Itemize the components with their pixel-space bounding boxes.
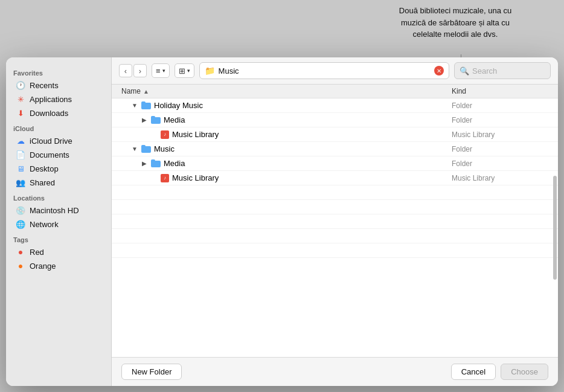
- file-list: ▼ Holiday Music Folder ▶ Media: [112, 98, 558, 357]
- empty-row: [112, 229, 558, 243]
- col-name-label: Name: [121, 87, 141, 95]
- sidebar: Favorites 🕐 Recents ✳ Applications ⬇ Dow…: [6, 57, 112, 386]
- location-folder-icon: 📁: [205, 66, 215, 76]
- disclosure-holiday-music[interactable]: ▼: [131, 102, 138, 109]
- empty-row: [112, 243, 558, 258]
- dialog-content: Favorites 🕐 Recents ✳ Applications ⬇ Dow…: [6, 57, 558, 386]
- sidebar-item-downloads-label: Downloads: [30, 109, 68, 118]
- file-kind-holiday-media: Folder: [452, 116, 548, 124]
- empty-row: [112, 200, 558, 214]
- empty-row: [112, 214, 558, 229]
- shared-icon: 👥: [16, 178, 25, 187]
- folder-icon: [141, 145, 151, 153]
- location-bar[interactable]: 📁 Music ✕: [199, 62, 449, 79]
- table-row[interactable]: ▶ Media Folder: [112, 156, 558, 171]
- music-library-icon: ♪: [161, 130, 169, 139]
- disclosure-music[interactable]: ▼: [131, 146, 138, 153]
- sidebar-item-desktop[interactable]: 🖥 Desktop: [8, 162, 109, 175]
- grid-view-chevron: ▾: [187, 68, 190, 74]
- file-name-music-media: Media: [164, 159, 185, 168]
- search-bar[interactable]: 🔍 Search: [454, 62, 551, 79]
- table-row[interactable]: ▼ Holiday Music Folder: [112, 98, 558, 113]
- file-name-holiday-media: Media: [164, 115, 185, 124]
- clock-icon: 🕐: [16, 80, 25, 90]
- grid-view-button[interactable]: ⊞ ▾: [175, 63, 194, 78]
- orange-tag-icon: ●: [16, 261, 25, 271]
- sidebar-item-shared-label: Shared: [30, 178, 55, 187]
- sidebar-item-macintosh-hd[interactable]: 💿 Macintosh HD: [8, 204, 109, 217]
- file-name-holiday-music: Holiday Music: [154, 101, 203, 110]
- sidebar-item-icloud-drive[interactable]: ☁ iCloud Drive: [8, 134, 109, 147]
- sidebar-item-network-label: Network: [30, 220, 59, 229]
- sidebar-item-applications-label: Applications: [30, 95, 72, 104]
- folder-icon: [151, 116, 161, 124]
- list-view-button[interactable]: ≡ ▾: [152, 63, 170, 78]
- disclosure-music-media[interactable]: ▶: [141, 160, 148, 167]
- sidebar-item-downloads[interactable]: ⬇ Downloads: [8, 106, 109, 120]
- footer: New Folder Cancel Choose: [112, 357, 558, 386]
- file-list-header: Name ▲ Kind: [112, 85, 558, 98]
- sidebar-item-shared[interactable]: 👥 Shared: [8, 176, 109, 189]
- hd-icon: 💿: [16, 205, 25, 215]
- folder-icon: [141, 101, 151, 109]
- location-clear-button[interactable]: ✕: [434, 66, 444, 76]
- sidebar-item-applications[interactable]: ✳ Applications: [8, 92, 109, 106]
- list-icon: ≡: [156, 66, 161, 76]
- grid-icon: ✳: [16, 94, 25, 104]
- table-row[interactable]: ▶ ♪ Music Library Music Library: [112, 127, 558, 142]
- choose-button[interactable]: Choose: [501, 364, 548, 380]
- sidebar-item-recents-label: Recents: [30, 81, 59, 90]
- doc-icon: 📄: [16, 150, 25, 159]
- sidebar-item-documents[interactable]: 📄 Documents: [8, 148, 109, 161]
- sidebar-item-network[interactable]: 🌐 Network: [8, 217, 109, 231]
- locations-section-label: Locations: [6, 190, 111, 203]
- col-kind-header[interactable]: Kind: [452, 87, 548, 95]
- search-icon: 🔍: [460, 66, 469, 76]
- disclosure-holiday-media[interactable]: ▶: [141, 117, 148, 124]
- back-button[interactable]: ‹: [119, 64, 132, 77]
- main-content: ‹ › ≡ ▾ ⊞ ▾ 📁 Music ✕: [112, 57, 558, 386]
- file-kind-music-media: Folder: [452, 159, 548, 168]
- cancel-button[interactable]: Cancel: [451, 364, 496, 380]
- favorites-section-label: Favorites: [6, 65, 111, 78]
- music-library-icon-2: ♪: [161, 174, 169, 182]
- scrollbar[interactable]: [553, 176, 557, 279]
- col-name-header[interactable]: Name ▲: [121, 87, 452, 95]
- table-row[interactable]: ▶ Media Folder: [112, 113, 558, 127]
- file-name-holiday-library: Music Library: [172, 130, 219, 139]
- grid-icon: ⊞: [179, 66, 185, 76]
- col-kind-label: Kind: [452, 87, 466, 95]
- file-name-music: Music: [154, 144, 175, 153]
- desktop-icon: 🖥: [16, 164, 25, 173]
- download-icon: ⬇: [16, 108, 25, 118]
- sidebar-item-tag-orange-label: Orange: [30, 262, 56, 271]
- search-placeholder: Search: [472, 66, 497, 76]
- forward-button[interactable]: ›: [133, 64, 147, 77]
- table-row[interactable]: ▼ Music Folder: [112, 142, 558, 156]
- file-name-music-library: Music Library: [172, 173, 219, 182]
- sidebar-item-recents[interactable]: 🕐 Recents: [8, 79, 109, 92]
- cloud-icon: ☁: [16, 136, 25, 146]
- file-kind-holiday-library: Music Library: [452, 130, 548, 139]
- icloud-section-label: iCloud: [6, 120, 111, 133]
- table-row[interactable]: ▶ ♪ Music Library Music Library: [112, 171, 558, 185]
- folder-icon: [151, 159, 161, 167]
- list-view-chevron: ▾: [162, 68, 165, 74]
- sidebar-item-tag-red-label: Red: [30, 248, 44, 257]
- nav-buttons: ‹ ›: [119, 64, 147, 77]
- sidebar-item-documents-label: Documents: [30, 150, 69, 159]
- sort-arrow-icon: ▲: [143, 88, 149, 95]
- tags-section-label: Tags: [6, 231, 111, 245]
- location-text: Music: [219, 66, 431, 76]
- annotation-text: Două biblioteci muzicale, una cu muzică …: [371, 5, 540, 40]
- empty-row: [112, 185, 558, 200]
- sidebar-item-tag-orange[interactable]: ● Orange: [8, 259, 109, 272]
- sidebar-item-icloud-drive-label: iCloud Drive: [30, 137, 72, 146]
- new-folder-button[interactable]: New Folder: [121, 364, 182, 380]
- open-dialog: Favorites 🕐 Recents ✳ Applications ⬇ Dow…: [6, 57, 558, 386]
- sidebar-item-tag-red[interactable]: ● Red: [8, 245, 109, 259]
- globe-icon: 🌐: [16, 219, 25, 229]
- file-kind-music-library: Music Library: [452, 174, 548, 182]
- toolbar: ‹ › ≡ ▾ ⊞ ▾ 📁 Music ✕: [112, 57, 558, 85]
- red-tag-icon: ●: [16, 247, 25, 257]
